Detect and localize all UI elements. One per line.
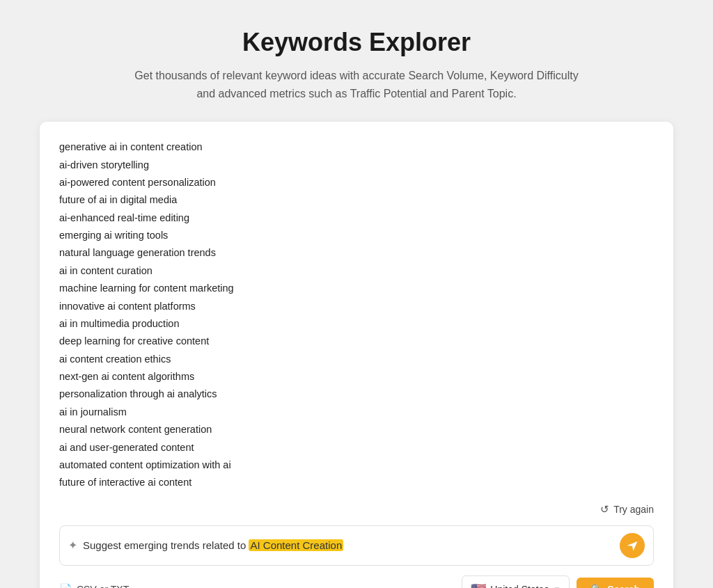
list-item: deep learning for creative content bbox=[59, 333, 654, 350]
main-card: generative ai in content creationai-driv… bbox=[40, 122, 673, 588]
page-subtitle: Get thousands of relevant keyword ideas … bbox=[134, 67, 579, 102]
list-item: ai in content curation bbox=[59, 262, 654, 280]
list-item: ai in journalism bbox=[59, 404, 654, 421]
list-item: ai in multimedia production bbox=[59, 315, 654, 333]
list-item: ai-powered content personalization bbox=[59, 174, 654, 191]
sparkle-icon: ✦ bbox=[68, 539, 77, 552]
upload-icon: 📄 bbox=[59, 583, 72, 588]
suggest-prefix: Suggest emerging trends related to bbox=[83, 539, 249, 551]
list-item: natural language generation trends bbox=[59, 244, 654, 262]
csv-label: CSV or TXT bbox=[77, 584, 129, 588]
list-item: generative ai in content creation bbox=[59, 138, 654, 156]
try-again-button[interactable]: ↺ Try again bbox=[600, 503, 654, 516]
csv-button[interactable]: 📄 CSV or TXT bbox=[59, 583, 129, 588]
suggest-text: Suggest emerging trends related to AI Co… bbox=[83, 539, 620, 551]
list-item: neural network content generation bbox=[59, 421, 654, 438]
list-item: personalization through ai analytics bbox=[59, 386, 654, 403]
list-item: next-gen ai content algorithms bbox=[59, 368, 654, 386]
suggest-highlight: AI Content Creation bbox=[249, 539, 343, 551]
send-button[interactable] bbox=[620, 533, 645, 558]
list-item: innovative ai content platforms bbox=[59, 298, 654, 315]
list-item: ai-driven storytelling bbox=[59, 157, 654, 174]
country-name: United States bbox=[490, 584, 549, 588]
search-label: Search bbox=[607, 584, 640, 588]
list-item: emerging ai writing tools bbox=[59, 227, 654, 244]
search-icon: 🔍 bbox=[590, 584, 602, 588]
page-title: Keywords Explorer bbox=[242, 28, 471, 57]
list-item: automated content optimization with ai bbox=[59, 456, 654, 474]
flag-icon: 🇺🇸 bbox=[471, 582, 486, 588]
suggest-bar: ✦ Suggest emerging trends related to AI … bbox=[59, 525, 654, 566]
country-selector[interactable]: 🇺🇸 United States ▼ bbox=[462, 575, 570, 588]
list-item: ai content creation ethics bbox=[59, 351, 654, 368]
try-again-label: Try again bbox=[613, 504, 654, 515]
list-item: future of interactive ai content bbox=[59, 474, 654, 491]
list-item: machine learning for content marketing bbox=[59, 280, 654, 297]
list-item: future of ai in digital media bbox=[59, 191, 654, 209]
refresh-icon: ↺ bbox=[600, 503, 609, 516]
try-again-row: ↺ Try again bbox=[59, 503, 654, 516]
right-controls: 🇺🇸 United States ▼ 🔍 Search bbox=[462, 575, 654, 588]
chevron-down-icon: ▼ bbox=[553, 585, 561, 588]
list-item: ai-enhanced real-time editing bbox=[59, 209, 654, 227]
search-button[interactable]: 🔍 Search bbox=[577, 578, 654, 588]
bottom-bar: 📄 CSV or TXT 🇺🇸 United States ▼ 🔍 Search bbox=[59, 575, 654, 588]
list-item: ai and user-generated content bbox=[59, 439, 654, 456]
keywords-list: generative ai in content creationai-driv… bbox=[59, 138, 654, 492]
send-icon bbox=[626, 539, 638, 552]
